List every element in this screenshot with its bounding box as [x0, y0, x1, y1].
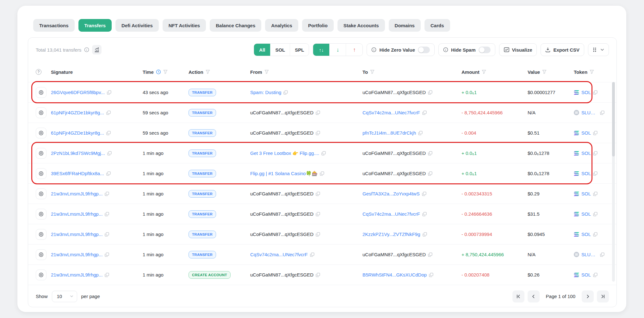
tab-portfolio[interactable]: Portfolio	[302, 19, 334, 32]
to-address[interactable]: 2KzzkPZ1Vy...ZVTZfNkF9g	[362, 232, 420, 237]
token-link[interactable]: SOL	[581, 191, 591, 196]
copy-signature-button[interactable]	[105, 192, 109, 196]
to-address[interactable]: uCoFGaMN87...qXfgcESGED	[362, 171, 426, 176]
token-link[interactable]: SOL	[581, 150, 591, 156]
copy-from-button[interactable]	[316, 131, 320, 135]
token-link[interactable]: SOL	[581, 90, 591, 95]
tab-stake-accounts[interactable]: Stake Accounts	[337, 19, 385, 32]
copy-token-button[interactable]	[593, 151, 598, 156]
filter-icon[interactable]	[264, 70, 269, 74]
copy-token-button[interactable]	[600, 111, 604, 115]
columns-menu-button[interactable]	[588, 43, 609, 56]
copy-from-button[interactable]	[321, 151, 326, 156]
copy-from-button[interactable]	[316, 192, 320, 196]
copy-signature-button[interactable]	[106, 111, 111, 115]
copy-from-button[interactable]	[316, 111, 320, 115]
tab-analytics[interactable]: Analytics	[265, 19, 298, 32]
copy-to-button[interactable]	[422, 212, 427, 216]
copy-to-button[interactable]	[428, 151, 432, 156]
filter-icon[interactable]	[206, 70, 210, 74]
scrollbar-track[interactable]	[612, 82, 615, 282]
tab-cards[interactable]: Cards	[424, 19, 450, 32]
preview-transaction-button[interactable]	[36, 168, 46, 179]
last-page-button[interactable]	[597, 290, 609, 302]
token-link[interactable]: SOL	[581, 272, 591, 277]
copy-from-button[interactable]	[316, 232, 320, 237]
tab-defi-activities[interactable]: Defi Activities	[115, 19, 159, 32]
preview-transaction-button[interactable]	[36, 229, 46, 240]
copy-signature-button[interactable]	[105, 273, 109, 277]
copy-token-button[interactable]	[593, 90, 598, 95]
preview-transaction-button[interactable]	[36, 249, 46, 260]
first-page-button[interactable]	[512, 290, 524, 302]
signature-link[interactable]: 26GVqve6DFGR5f8bpv...	[51, 90, 105, 95]
token-link[interactable]: SLUTMAS	[581, 252, 598, 257]
copy-to-button[interactable]	[428, 171, 432, 176]
sort-incoming-button[interactable]: ↓	[330, 44, 346, 56]
preview-transaction-button[interactable]	[36, 188, 46, 199]
copy-to-button[interactable]	[423, 232, 427, 237]
copy-from-button[interactable]	[316, 212, 320, 216]
from-address[interactable]: Flip.gg | #1 Solana Casino🍀🎰	[250, 171, 318, 176]
copy-signature-button[interactable]	[107, 151, 112, 156]
copy-signature-button[interactable]	[106, 171, 111, 176]
hide-zero-value-control[interactable]: Hide Zero Value	[367, 43, 435, 56]
token-link[interactable]: SOL	[581, 211, 591, 217]
preview-transaction-button[interactable]	[36, 270, 46, 280]
transfer-chart-button[interactable]	[92, 45, 102, 54]
filter-icon[interactable]	[590, 70, 594, 74]
to-address[interactable]: uCoFGaMN87...qXfgcESGED	[362, 150, 426, 156]
sort-both-button[interactable]: ↑↓	[313, 44, 330, 56]
copy-from-button[interactable]	[316, 273, 320, 277]
to-address[interactable]: CqSv74c2ma...UNec7fvcrF	[362, 211, 420, 217]
copy-token-button[interactable]	[600, 252, 604, 257]
copy-to-button[interactable]	[428, 90, 432, 95]
from-address[interactable]: Get 3 Free Lootbox 👉 Flip.gg....	[250, 150, 319, 156]
export-csv-button[interactable]: Export CSV	[541, 43, 584, 56]
from-address[interactable]: uCoFGaMN87...qXfgcESGED	[250, 191, 313, 196]
filter-icon[interactable]	[482, 70, 486, 74]
copy-signature-button[interactable]	[105, 252, 109, 257]
from-address[interactable]: CqSv74c2ma...UNec7fvcrF	[250, 252, 308, 257]
tab-nft-activities[interactable]: NFT Activities	[163, 19, 206, 32]
copy-token-button[interactable]	[593, 192, 598, 196]
copy-signature-button[interactable]	[105, 212, 109, 216]
filter-icon[interactable]	[163, 70, 168, 74]
prev-page-button[interactable]	[528, 290, 540, 302]
copy-signature-button[interactable]	[107, 90, 111, 95]
to-address[interactable]: pfnTcJ1i4m...8UE7drCkjh	[362, 130, 416, 136]
copy-token-button[interactable]	[593, 131, 598, 135]
page-size-select[interactable]: 10	[52, 291, 77, 302]
copy-to-button[interactable]	[422, 111, 427, 115]
token-filter-option-all[interactable]: All	[254, 44, 270, 56]
copy-signature-button[interactable]	[106, 131, 111, 135]
to-address[interactable]: GesfTA3X2a...ZoYvxp4twS	[362, 191, 420, 196]
to-address[interactable]: CqSv74c2ma...UNec7fvcrF	[362, 110, 420, 115]
signature-link[interactable]: 21w3nvLmsmJL9frhgp...	[51, 191, 102, 196]
copy-to-button[interactable]	[428, 252, 432, 257]
from-address[interactable]: uCoFGaMN87...qXfgcESGED	[250, 272, 313, 277]
copy-signature-button[interactable]	[105, 232, 109, 237]
token-link[interactable]: SOL	[581, 171, 591, 176]
tab-domains[interactable]: Domains	[389, 19, 421, 32]
hide-spam-toggle[interactable]	[479, 47, 491, 53]
token-link[interactable]: SLUTMAS	[581, 110, 598, 115]
preview-transaction-button[interactable]	[36, 87, 46, 98]
copy-from-button[interactable]	[310, 252, 314, 257]
copy-token-button[interactable]	[593, 273, 598, 277]
from-address[interactable]: Spam: Dusting	[250, 90, 281, 95]
signature-link[interactable]: 2PzN1bL9kd7SWc9Mgj...	[51, 150, 105, 156]
from-address[interactable]: uCoFGaMN87...qXfgcESGED	[250, 232, 313, 237]
to-address[interactable]: uCoFGaMN87...qXfgcESGED	[362, 252, 426, 257]
token-filter-option-sol[interactable]: SOL	[270, 44, 290, 56]
preview-transaction-button[interactable]	[36, 148, 46, 159]
copy-token-button[interactable]	[593, 212, 598, 216]
signature-link[interactable]: 21w3nvLmsmJL9frhgp...	[51, 272, 102, 277]
copy-token-button[interactable]	[593, 232, 598, 237]
tab-transactions[interactable]: Transactions	[33, 19, 75, 32]
token-link[interactable]: SOL	[581, 130, 591, 136]
to-address[interactable]: uCoFGaMN87...qXfgcESGED	[362, 90, 426, 95]
copy-from-button[interactable]	[320, 171, 324, 176]
copy-from-button[interactable]	[283, 90, 288, 95]
copy-to-button[interactable]	[429, 273, 433, 277]
